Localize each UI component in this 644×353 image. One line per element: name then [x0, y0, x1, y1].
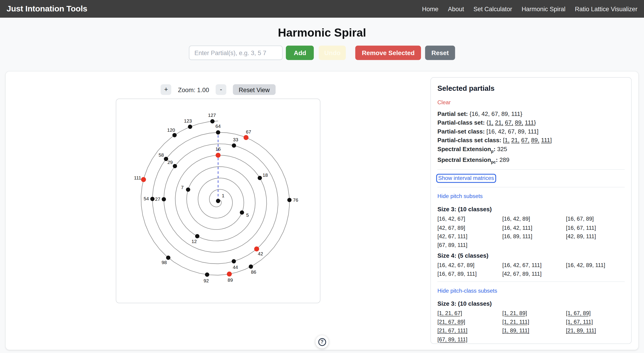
clear-link[interactable]: Clear [438, 100, 451, 106]
partial-point-7[interactable] [186, 187, 190, 192]
partial-point-64[interactable] [216, 130, 220, 135]
divider [438, 281, 625, 282]
partial-point-18[interactable] [258, 176, 262, 180]
partial-point-67[interactable] [244, 135, 249, 140]
remove-selected-button[interactable]: Remove Selected [355, 46, 421, 60]
partial-class-link-67[interactable]: 67, [521, 137, 530, 144]
zoom-in-button[interactable]: + [161, 84, 172, 95]
pitch-class-subset-link[interactable]: [21, 89, 111] [566, 326, 625, 335]
partial-label-89: 89 [228, 277, 233, 283]
partial-point-92[interactable] [205, 272, 209, 277]
harmonic-spiral-plot[interactable]: 1571216182729334244545864677686899298111… [116, 99, 320, 303]
partials-input[interactable] [189, 46, 283, 60]
subset-size-heading: Size 4: (5 classes) [438, 251, 625, 260]
zoom-out-button[interactable]: - [216, 84, 226, 95]
partial-point-120[interactable] [172, 133, 177, 137]
partial-point-54[interactable] [150, 197, 155, 201]
partial-class-link-1[interactable]: 1, [504, 137, 510, 144]
pitch-subset-item: [16, 42, 111] [502, 223, 566, 232]
subset-grid: [1, 21, 67][1, 21, 89][1, 67, 89][21, 67… [438, 309, 625, 344]
partial-label-111: 111 [134, 175, 141, 180]
spiral-column: + Zoom: 1.00 - Reset View 15712161827293… [6, 72, 430, 350]
divider [438, 187, 625, 187]
show-interval-matrices-link[interactable]: Show interval matrices [436, 174, 496, 183]
partial-point-5[interactable] [240, 210, 244, 215]
toggle-pitch-subsets[interactable]: Hide pitch subsets [438, 193, 483, 200]
pitch-subset-item: [16, 67, 89, 111] [438, 269, 502, 278]
partial-point-58[interactable] [164, 157, 168, 161]
pitch-subset-item: [67, 89, 111] [438, 241, 502, 250]
nav-item-about[interactable]: About [448, 5, 464, 12]
toggle-pitch-class-subsets[interactable]: Hide pitch-class subsets [438, 287, 497, 294]
partial-label-1: 1 [222, 193, 224, 198]
partial-label-18: 18 [262, 172, 268, 178]
pitch-class-subset-link[interactable]: [1, 89, 111] [502, 326, 566, 335]
pitch-subset-item: [42, 67, 89] [438, 223, 502, 232]
partial-point-98[interactable] [166, 256, 170, 260]
pitch-subset-item: [16, 67, 111] [566, 223, 625, 232]
pitch-class-subset-link[interactable]: [67, 89, 111] [438, 335, 502, 344]
app-root: Just Intonation Tools HomeAboutSet Calcu… [0, 0, 644, 353]
partial-label-16: 16 [216, 146, 221, 152]
partial-point-76[interactable] [287, 198, 292, 202]
nav-item-ratio-lattice-visualizer[interactable]: Ratio Lattice Visualizer [575, 5, 638, 12]
reset-button[interactable]: Reset [425, 46, 455, 60]
pitch-class-subset-link[interactable]: [1, 21, 89] [502, 309, 566, 317]
nav-item-home[interactable]: Home [422, 5, 438, 12]
partial-point-123[interactable] [188, 125, 192, 129]
partial-class-link-111[interactable]: 111 [541, 137, 550, 144]
partial-class-link-89[interactable]: 89, [531, 137, 539, 144]
partial-point-12[interactable] [195, 234, 200, 238]
fact-row: Spectral Extensionp: 325 [438, 145, 625, 156]
pitch-class-subset-link[interactable]: [21, 67, 111] [438, 326, 502, 335]
partial-point-127[interactable] [210, 119, 214, 123]
partial-label-7: 7 [181, 185, 184, 190]
partial-point-44[interactable] [232, 259, 236, 263]
pitch-class-subset-link[interactable]: [1, 67, 89] [566, 309, 625, 317]
reset-view-button[interactable]: Reset View [233, 84, 276, 95]
pitch-class-subset-link[interactable]: [1, 21, 67] [438, 309, 502, 317]
nav-links: HomeAboutSet CalculatorHarmonic SpiralRa… [422, 5, 638, 12]
fact-row: Spectral Extensionpc: 289 [438, 156, 625, 166]
nav-item-harmonic-spiral[interactable]: Harmonic Spiral [522, 5, 566, 12]
pitch-subset-item: [16, 42, 89, 111] [566, 261, 625, 269]
partial-class-link-21[interactable]: 21, [495, 119, 503, 126]
main-card: + Zoom: 1.00 - Reset View 15712161827293… [5, 71, 638, 350]
partial-point-1[interactable] [216, 199, 220, 203]
pitch-subset-item: [16, 67, 89] [566, 215, 625, 223]
partial-point-16[interactable] [216, 153, 221, 158]
pitch-subset-item: [16, 42, 67, 111] [502, 261, 566, 269]
partial-point-111[interactable] [141, 177, 146, 182]
fact-row: Partial-class set class: [1, 21, 67, 89,… [438, 136, 625, 145]
spiral-canvas[interactable]: 1571216182729334244545864677686899298111… [116, 99, 320, 303]
panel-title: Selected partials [438, 84, 625, 93]
partial-class-link-111[interactable]: 111 [525, 119, 534, 126]
help-button[interactable]: ? [315, 335, 329, 349]
brand-title[interactable]: Just Intonation Tools [7, 4, 87, 14]
pitch-class-subset-link[interactable]: [1, 67, 111] [566, 317, 625, 326]
add-button[interactable]: Add [286, 46, 314, 60]
pitch-class-subset-link[interactable]: [1, 21, 111] [502, 317, 566, 326]
undo-button[interactable]: Undo [319, 46, 346, 60]
partial-label-5: 5 [246, 212, 249, 218]
partial-point-42[interactable] [254, 246, 259, 251]
partial-class-link-89[interactable]: 89, [515, 119, 523, 126]
pitch-subset-item: [42, 89, 111] [566, 232, 625, 241]
nav-item-set-calculator[interactable]: Set Calculator [474, 5, 512, 12]
partial-point-27[interactable] [162, 197, 166, 201]
partial-point-29[interactable] [173, 164, 177, 168]
partial-point-86[interactable] [249, 264, 253, 269]
partial-label-29: 29 [168, 160, 173, 165]
partial-label-44: 44 [233, 264, 238, 270]
partial-label-54: 54 [144, 196, 149, 201]
partial-class-link-21[interactable]: 21, [511, 137, 520, 144]
partial-point-89[interactable] [227, 272, 232, 277]
pitch-subset-item: [16, 42, 67, 89] [438, 261, 502, 269]
partial-class-link-67[interactable]: 67, [505, 119, 513, 126]
partial-class-link-1[interactable]: 1, [488, 119, 494, 126]
pitch-class-subset-link[interactable]: [21, 67, 89] [438, 317, 502, 326]
partial-point-33[interactable] [232, 143, 236, 148]
pitch-subset-item: [16, 89, 111] [502, 232, 566, 241]
partial-label-86: 86 [251, 269, 256, 275]
pitch-subsets-section: Hide pitch subsetsSize 3: (10 classes)[1… [438, 190, 625, 278]
